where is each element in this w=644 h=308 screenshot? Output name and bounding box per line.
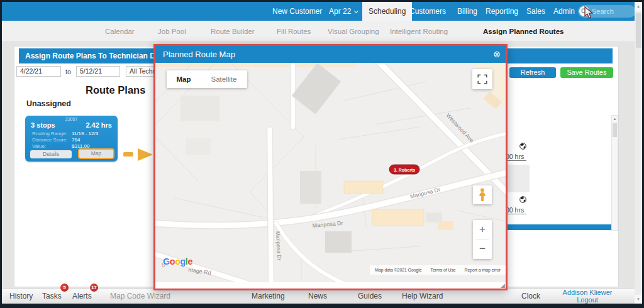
annotation-arrow-icon [138,148,153,161]
nav-new-customer[interactable]: New Customer [272,2,322,21]
scroll-up-icon[interactable]: ▲ [635,2,642,11]
scrollbar-thumb[interactable] [636,13,641,48]
nav-billing[interactable]: Billing [457,2,477,21]
window-scrollbar[interactable]: ▲ ▼ [635,2,642,304]
map-attribution: Map data ©2021 Google Terms of Use Repor… [370,265,506,275]
nav-date-dropdown[interactable]: Apr 22 [329,2,358,21]
scroll-down-icon[interactable]: ▼ [635,295,642,304]
date-to-input[interactable]: 5/12/21 [76,66,120,77]
routing-range-label: Routing Range: [32,131,67,136]
nav-customers[interactable]: Customers [409,2,446,21]
google-logo-letter: e [187,256,192,267]
details-button[interactable]: Details [30,150,72,158]
close-icon[interactable]: ⊗ [493,46,501,63]
map-data-credit: Map data ©2021 Google [375,268,421,272]
route-stop-marker[interactable]: 3. Roberts [389,165,419,174]
subnav-route-builder[interactable]: Route Builder [211,28,255,35]
subnav-calendar[interactable]: Calendar [105,28,135,35]
route-card[interactable]: 23057 3 stops 2.42 hrs Routing Range: 11… [25,116,118,162]
chevron-down-icon [354,9,358,13]
scroll-up-icon[interactable]: ▲ [612,116,618,122]
google-logo-letter: g [180,256,186,267]
subnav-intelligent-routing[interactable]: Intelligent Routing [390,28,448,35]
section-header-strip [506,224,613,230]
terms-of-use-link[interactable]: Terms of Use [431,268,456,272]
unassigned-label: Unassigned [26,99,71,108]
subnav-job-pool[interactable]: Job Pool [158,28,186,35]
user-name: Addison Kliewer [549,289,626,297]
panel-scrollbar[interactable]: ▲ [611,115,618,231]
resize-grip-icon[interactable]: ◢ [501,282,505,289]
subnav-assign-planned-routes[interactable]: Assign Planned Routes [483,28,564,35]
report-map-error-link[interactable]: Report a map error [465,268,501,272]
route-stops: 3 stops [31,121,55,129]
zoom-control: + − [473,220,492,259]
bottombar-help-wizard[interactable]: Help Wizard [402,292,443,300]
route-plans-title: Route Plans [86,84,145,96]
bottombar-history[interactable]: History [9,292,33,300]
map-canvas[interactable]: Westwood Ave Mariposa Dr Mariposa Dr Mar… [155,63,506,282]
nav-date-label: Apr 22 [329,7,351,16]
nav-reporting[interactable]: Reporting [486,2,518,21]
alerts-badge: 17 [90,283,98,292]
fullscreen-icon [477,74,488,85]
date-from-input[interactable]: 4/22/21 [16,66,61,77]
app-window: New Customer Apr 22 Scheduling Customers… [0,0,644,308]
modal-title: Planned Route Map [163,50,235,59]
distance-score-value: 764 [72,137,80,143]
route-hours: 2.42 hrs [86,121,112,129]
fullscreen-button[interactable] [472,69,492,89]
sub-nav: Calendar Job Pool Route Builder Fill Rou… [2,21,642,42]
save-routes-button[interactable]: Save Routes [560,67,613,78]
map-type-satellite-button[interactable]: Satellite [201,70,247,88]
scrollbar-thumb[interactable] [613,123,617,137]
planned-route-map-modal: Planned Route Map ⊗ [153,44,508,290]
google-logo-letter: o [170,256,175,267]
day-cell-placeholder [506,165,530,192]
map-type-map-button[interactable]: Map [167,70,201,88]
bottombar-clock[interactable]: Clock [521,292,540,300]
value-label: Value: [32,143,46,149]
day-hours-link[interactable]: 00 hrs [506,206,526,214]
map-graphic: Westwood Ave Mariposa Dr Mariposa Dr Mar… [155,63,506,282]
date-range-to-label: to [65,68,71,75]
logout-link[interactable]: Logout [549,297,626,304]
zoom-in-button[interactable]: + [473,220,492,239]
search-input[interactable] [592,8,632,15]
google-logo[interactable]: Google [163,256,192,267]
nav-sales[interactable]: Sales [526,2,545,21]
user-block: Addison Kliewer Logout [549,289,626,304]
window-border [0,0,2,308]
map-type-control: Map Satellite [167,70,247,88]
pegman-control[interactable] [473,185,492,204]
window-border [0,0,644,2]
map-button[interactable]: Map [78,148,114,159]
routing-range-value: 11/19 - 12/3 [72,131,98,136]
top-nav: New Customer Apr 22 Scheduling Customers… [2,2,642,21]
tasks-badge: 5 [60,283,69,292]
marker-label: 3. Roberts [394,168,415,172]
bottombar-tasks[interactable]: Tasks [42,292,62,300]
annotation-arrow-dash [123,152,133,157]
zoom-out-button[interactable]: − [473,239,492,258]
window-border [0,304,644,308]
distance-score-label: Distance Score: [32,137,67,143]
modal-title-bar: Planned Route Map ⊗ [155,46,506,63]
bottombar-map-code-wizard[interactable]: Map Code Wizard [110,292,170,300]
google-logo-letter: o [175,256,180,267]
globe-icon [519,196,526,203]
refresh-button[interactable]: Refresh [509,67,556,78]
route-id: 23057 [25,117,118,121]
nav-admin[interactable]: Admin [553,2,575,21]
bottombar-news[interactable]: News [308,292,327,300]
bottombar-marketing[interactable]: Marketing [252,292,285,300]
mouse-cursor-icon [584,6,594,19]
pegman-icon [477,188,487,202]
bottombar-guides[interactable]: Guides [358,292,382,300]
nav-scheduling[interactable]: Scheduling [362,2,412,21]
day-hours-link[interactable]: 00 hrs [506,153,526,161]
globe-icon [519,143,526,150]
bottombar-alerts[interactable]: Alerts [72,292,92,300]
subnav-visual-grouping[interactable]: Visual Grouping [328,28,379,35]
subnav-fill-routes[interactable]: Fill Routes [277,28,311,35]
